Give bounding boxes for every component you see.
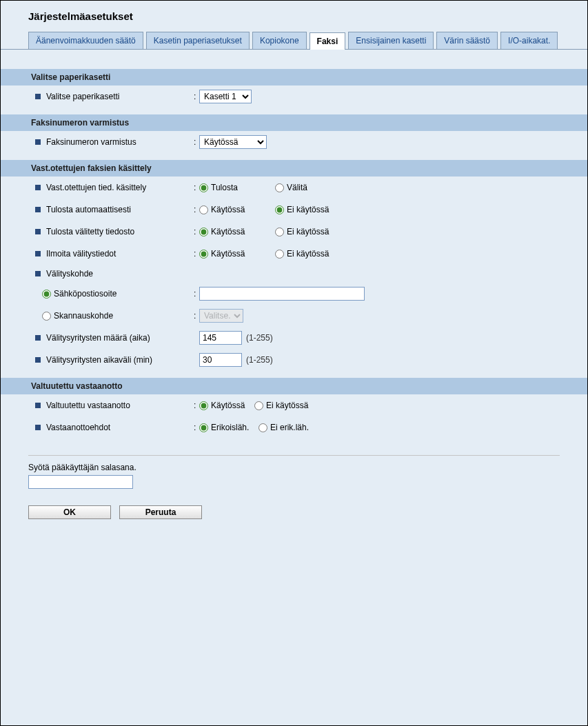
row-skannauskohde: Skannauskohde : Valitse. [1, 305, 587, 327]
tab-volume[interactable]: Äänenvoimakkuuden säätö [28, 32, 143, 49]
radio-skannauskohde[interactable]: Skannauskohde [42, 311, 113, 321]
radio-label: Käytössä [211, 205, 245, 214]
row-faksinumeron: Faksinumeron varmistus : Käytössä [1, 131, 587, 153]
cancel-button[interactable]: Peruuta [119, 505, 202, 519]
row-valitysyritysten-maara: Välitysyritysten määrä (aika) (1-255) [1, 327, 587, 349]
bullet-icon [35, 251, 41, 256]
section-valtuutettu: Valtuutettu vastaanotto [1, 378, 587, 394]
section-valitse-paperikasetti: Valitse paperikasetti [1, 69, 587, 85]
label-valitse-paperikasetti: Valitse paperikasetti [46, 92, 120, 101]
label-ilmoita-valitystiedot: Ilmoita välitystiedot [46, 249, 116, 259]
page-title: Järjestelmäasetukset [1, 1, 587, 32]
row-sahkopostiosoite: Sähköpostiosoite : [1, 283, 587, 305]
row-tied-kasittely: Vast.otettujen tied. käsittely : Tulosta… [1, 177, 587, 199]
radio-label: Ei käytössä [287, 227, 329, 236]
label-tulosta-valitetty: Tulosta välitetty tiedosto [46, 227, 134, 236]
tab-color-save[interactable]: Värin säästö [436, 32, 498, 49]
radio-label: Tulosta [211, 183, 238, 192]
radio-erikoislah[interactable]: Erikoisläh. [199, 423, 254, 432]
input-retry-interval[interactable] [199, 353, 242, 367]
colon: : [194, 423, 199, 432]
colon: : [194, 311, 199, 321]
input-email[interactable] [199, 287, 365, 301]
tab-cassette-paper[interactable]: Kasetin paperiasetukset [146, 32, 250, 49]
colon: : [194, 137, 199, 147]
radio-ei-erik-lah[interactable]: Ei erik.läh. [258, 423, 321, 432]
radio-label: Käytössä [211, 401, 245, 410]
content-area: Valitse paperikasetti Valitse paperikase… [1, 69, 587, 519]
row-ilmoita-valitystiedot: Ilmoita välitystiedot : Käytössä Ei käyt… [1, 243, 587, 265]
row-tulosta-valitetty: Tulosta välitetty tiedosto : Käytössä Ei… [1, 221, 587, 243]
colon: : [194, 205, 199, 214]
tab-bar: Äänenvoimakkuuden säätö Kasetin paperias… [1, 32, 587, 50]
section-faksinumeron: Faksinumeron varmistus [1, 114, 587, 131]
radio-label: Skannauskohde [54, 311, 113, 321]
radio-label: Ei käytössä [266, 401, 308, 410]
row-valitse-paperikasetti: Valitse paperikasetti : Kasetti 1 [1, 85, 587, 108]
hint-retry-count: (1-255) [246, 333, 273, 343]
radio-label: Ei erik.läh. [270, 423, 309, 432]
colon: : [194, 227, 199, 236]
radio-ei-kaytossa[interactable]: Ei käytössä [275, 227, 337, 236]
colon: : [194, 249, 199, 259]
row-vastaanottoehdot: Vastaanottoehdot : Erikoisläh. Ei erik.l… [1, 416, 587, 438]
select-skannauskohde: Valitse. [199, 309, 243, 323]
radio-ei-kaytossa[interactable]: Ei käytössä [275, 249, 337, 259]
password-label: Syötä pääkäyttäjän salasana. [28, 463, 560, 472]
tab-copier[interactable]: Kopiokone [252, 32, 307, 49]
colon: : [194, 183, 199, 192]
bullet-icon [35, 185, 41, 190]
radio-kaytossa[interactable]: Käytössä [199, 401, 250, 410]
radio-kaytossa[interactable]: Käytössä [199, 205, 261, 214]
bullet-icon [35, 357, 41, 363]
radio-label: Ei käytössä [287, 249, 329, 259]
label-valitysyritysten-maara: Välitysyritysten määrä (aika) [46, 333, 150, 343]
radio-valita[interactable]: Välitä [275, 183, 337, 192]
bullet-icon [35, 229, 41, 234]
ok-button[interactable]: OK [28, 505, 111, 519]
radio-label: Käytössä [211, 227, 245, 236]
row-tulosta-auto: Tulosta automaattisesti : Käytössä Ei kä… [1, 199, 587, 221]
bullet-icon [35, 335, 41, 341]
label-tulosta-auto: Tulosta automaattisesti [46, 205, 131, 214]
radio-label: Sähköpostiosoite [54, 289, 116, 299]
radio-kaytossa[interactable]: Käytössä [199, 227, 261, 236]
row-valitysyritysten-aikavali: Välitysyritysten aikaväli (min) (1-255) [1, 349, 587, 371]
radio-sahkopostiosoite[interactable]: Sähköpostiosoite [42, 289, 116, 299]
radio-label: Välitä [287, 183, 307, 192]
bullet-icon [35, 403, 41, 408]
radio-ei-kaytossa[interactable]: Ei käytössä [254, 401, 316, 410]
select-paperikasetti[interactable]: Kasetti 1 [199, 90, 252, 103]
radio-label: Käytössä [211, 249, 245, 259]
label-vastaanottoehdot: Vastaanottoehdot [46, 423, 110, 432]
password-section: Syötä pääkäyttäjän salasana. [28, 455, 560, 489]
radio-label: Erikoisläh. [211, 423, 249, 432]
label-tied-kasittely: Vast.otettujen tied. käsittely [46, 183, 146, 192]
label-valitysyritysten-aikavali: Välitysyritysten aikaväli (min) [46, 355, 152, 365]
colon: : [194, 92, 199, 101]
bullet-icon [35, 271, 41, 276]
input-admin-password[interactable] [28, 475, 133, 489]
colon: : [194, 289, 199, 299]
bullet-icon [35, 425, 41, 430]
row-valtuutettu-vastaanotto: Valtuutettu vastaanotto : Käytössä Ei kä… [1, 394, 587, 416]
bullet-icon [35, 94, 41, 99]
label-valityskohde: Välityskohde [46, 269, 93, 279]
colon: : [194, 401, 199, 410]
button-row: OK Peruuta [1, 489, 587, 519]
row-valityskohde: Välityskohde [1, 265, 587, 283]
radio-label: Ei käytössä [287, 205, 329, 214]
label-faksinumeron: Faksinumeron varmistus [46, 137, 136, 147]
tab-fax[interactable]: Faksi [310, 32, 346, 50]
select-faksinumeron[interactable]: Käytössä [199, 135, 267, 149]
tab-io-timeout[interactable]: I/O-aikakat. [500, 32, 558, 49]
label-valtuutettu-vastaanotto: Valtuutettu vastaanotto [46, 401, 130, 410]
radio-ei-kaytossa[interactable]: Ei käytössä [275, 205, 337, 214]
hint-retry-interval: (1-255) [246, 355, 273, 365]
radio-tulosta[interactable]: Tulosta [199, 183, 261, 192]
section-vastotettujen: Vast.otettujen faksien käsittely [1, 160, 587, 177]
tab-primary-cassette[interactable]: Ensisijainen kasetti [348, 32, 434, 49]
bullet-icon [35, 139, 41, 145]
radio-kaytossa[interactable]: Käytössä [199, 249, 261, 259]
input-retry-count[interactable] [199, 331, 242, 345]
